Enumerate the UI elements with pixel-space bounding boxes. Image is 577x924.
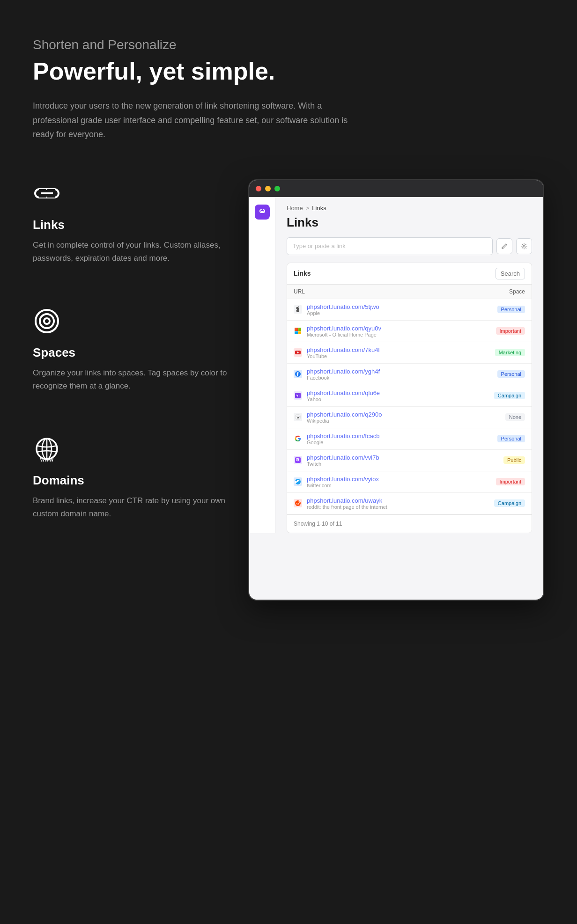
row-space-tag: Personal: [497, 435, 525, 442]
feature-domains-desc: Brand links, increase your CTR rate by u…: [33, 494, 229, 521]
feature-links: Links Get in complete control of your li…: [33, 179, 229, 265]
table-footer: Showing 1-10 of 11: [287, 514, 532, 533]
row-site-name: Wikipedia: [307, 418, 382, 424]
col-space-header: Space: [509, 288, 525, 295]
favicon-youtube: [294, 348, 302, 357]
svg-point-6: [44, 318, 50, 324]
table-row[interactable]: W phpshort.lunatio.com/q290o Wikipedia N…: [287, 407, 532, 428]
breadcrumb: Home > Links: [275, 197, 543, 215]
row-site-name: Twitch: [307, 461, 379, 467]
url-input[interactable]: Type or paste a link: [287, 237, 493, 255]
svg-point-21: [295, 500, 301, 506]
feature-domains-title: Domains: [33, 473, 229, 488]
row-text: phpshort.lunatio.com/7ku4l YouTube: [307, 346, 379, 359]
svg-point-23: [298, 503, 299, 504]
row-space-tag: Personal: [497, 370, 525, 378]
col-url-header: URL: [294, 288, 305, 295]
table-row[interactable]: phpshort.lunatio.com/uwayk reddit: the f…: [287, 493, 532, 514]
svg-rect-19: [295, 457, 301, 463]
row-text: phpshort.lunatio.com/ygh4f Facebook: [307, 368, 380, 381]
row-site-name: twitter.com: [307, 483, 379, 488]
www-icon: WWW: [33, 435, 61, 463]
table-row[interactable]: phpshort.lunatio.com/7ku4l YouTube Marke…: [287, 342, 532, 364]
edit-icon-btn[interactable]: [496, 238, 512, 254]
features-list: Links Get in complete control of your li…: [33, 179, 248, 601]
table-columns: URL Space: [287, 285, 532, 299]
row-site-name: YouTube: [307, 353, 379, 359]
table-row[interactable]: phpshort.lunatio.com/qyu0v Microsoft - O…: [287, 321, 532, 342]
row-left: Y! phpshort.lunatio.com/qlu6e Yahoo: [294, 389, 380, 402]
table-search-button[interactable]: Search: [496, 268, 525, 279]
table-row[interactable]: phpshort.lunatio.com/5tjwo Apple Persona…: [287, 299, 532, 321]
target-icon: [33, 307, 61, 335]
feature-links-desc: Get in complete control of your links. C…: [33, 239, 229, 265]
feature-domains: WWW Domains Brand links, increase your C…: [33, 435, 229, 521]
table-row[interactable]: phpshort.lunatio.com/fcacb Google Person…: [287, 428, 532, 450]
titlebar-close-dot: [256, 186, 261, 191]
row-site-name: Google: [307, 440, 379, 445]
svg-text:WWW: WWW: [40, 457, 54, 462]
row-url: phpshort.lunatio.com/5tjwo: [307, 303, 379, 310]
mockup-main-content: Home > Links Links Type or paste a link: [275, 197, 543, 533]
row-text: phpshort.lunatio.com/qyu0v Microsoft - O…: [307, 325, 381, 337]
row-text: phpshort.lunatio.com/vvl7b Twitch: [307, 454, 379, 467]
row-text: phpshort.lunatio.com/fcacb Google: [307, 433, 379, 445]
feature-spaces-title: Spaces: [33, 345, 229, 360]
svg-text:Y!: Y!: [296, 394, 300, 398]
features-section: Links Get in complete control of your li…: [0, 170, 577, 638]
favicon-facebook: [294, 370, 302, 378]
row-space-tag: Public: [503, 456, 525, 464]
svg-point-11: [523, 245, 525, 247]
svg-text:W: W: [296, 416, 300, 419]
settings-icon-btn[interactable]: [516, 238, 532, 254]
row-space-tag: Important: [496, 478, 525, 485]
table-row[interactable]: phpshort.lunatio.com/vvl7b Twitch Public: [287, 450, 532, 471]
favicon-apple: [294, 305, 302, 314]
row-space-tag: Campaign: [494, 499, 525, 507]
row-text: phpshort.lunatio.com/vyiox twitter.com: [307, 476, 379, 488]
feature-links-title: Links: [33, 218, 229, 232]
row-url: phpshort.lunatio.com/qlu6e: [307, 389, 380, 396]
feature-spaces-desc: Organize your links into spaces. Tag spa…: [33, 367, 229, 393]
mockup-page-title: Links: [275, 215, 543, 237]
breadcrumb-separator: >: [306, 205, 310, 212]
row-space-tag: None: [505, 413, 525, 421]
row-text: phpshort.lunatio.com/5tjwo Apple: [307, 303, 379, 316]
titlebar-maximize-dot: [274, 186, 280, 191]
breadcrumb-home: Home: [287, 205, 303, 212]
favicon-twitter: [294, 477, 302, 486]
table-row[interactable]: phpshort.lunatio.com/ygh4f Facebook Pers…: [287, 364, 532, 385]
row-url: phpshort.lunatio.com/fcacb: [307, 433, 379, 440]
favicon-google: [294, 434, 302, 443]
row-left: phpshort.lunatio.com/vvl7b Twitch: [294, 454, 379, 467]
favicon-wikipedia: W: [294, 413, 302, 421]
mockup-body: Home > Links Links Type or paste a link: [249, 197, 543, 533]
svg-point-22: [296, 503, 297, 504]
row-space-tag: Marketing: [495, 349, 525, 356]
row-left: phpshort.lunatio.com/qyu0v Microsoft - O…: [294, 325, 381, 337]
breadcrumb-current: Links: [312, 205, 326, 212]
row-url: phpshort.lunatio.com/q290o: [307, 411, 382, 418]
row-left: phpshort.lunatio.com/fcacb Google: [294, 433, 379, 445]
hero-subtitle: Shorten and Personalize: [33, 37, 544, 52]
hero-description: Introduce your users to the new generati…: [33, 99, 361, 142]
app-mockup: Home > Links Links Type or paste a link: [248, 179, 544, 601]
row-site-name: Yahoo: [307, 396, 380, 402]
row-text: phpshort.lunatio.com/uwayk reddit: the f…: [307, 497, 387, 510]
row-text: phpshort.lunatio.com/q290o Wikipedia: [307, 411, 382, 424]
row-text: phpshort.lunatio.com/qlu6e Yahoo: [307, 389, 380, 402]
row-site-name: Microsoft - Official Home Page: [307, 332, 381, 337]
row-left: phpshort.lunatio.com/uwayk reddit: the f…: [294, 497, 387, 510]
table-header: Links Search: [287, 263, 532, 285]
link-icon: [33, 179, 61, 207]
row-left: phpshort.lunatio.com/ygh4f Facebook: [294, 368, 380, 381]
table-row[interactable]: phpshort.lunatio.com/vyiox twitter.com I…: [287, 471, 532, 493]
row-url: phpshort.lunatio.com/ygh4f: [307, 368, 380, 375]
favicon-microsoft: [294, 327, 302, 335]
table-header-title: Links: [294, 270, 311, 277]
hero-title: Powerful, yet simple.: [33, 58, 544, 85]
svg-point-5: [40, 314, 54, 328]
table-row[interactable]: Y! phpshort.lunatio.com/qlu6e Yahoo Camp…: [287, 385, 532, 407]
url-input-row: Type or paste a link: [275, 237, 543, 263]
row-left: phpshort.lunatio.com/5tjwo Apple: [294, 303, 379, 316]
